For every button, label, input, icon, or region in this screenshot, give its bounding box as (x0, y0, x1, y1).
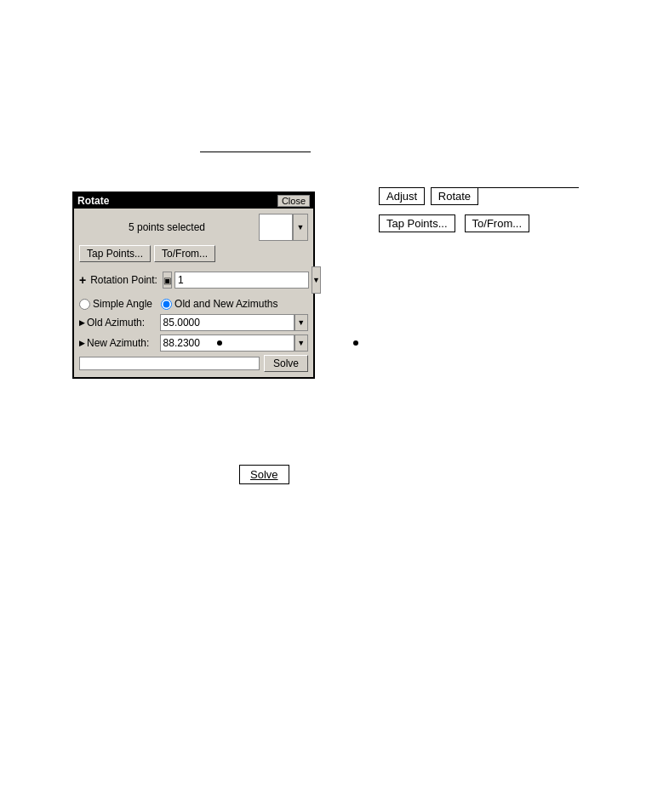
old-new-azimuths-label: Old and New Azimuths (174, 298, 277, 310)
old-new-azimuths-radio[interactable] (161, 299, 172, 310)
rotate-button[interactable]: Rotate (431, 187, 478, 205)
solve-button[interactable]: Solve (264, 355, 308, 372)
preview-dropdown-arrow[interactable]: ▼ (293, 214, 308, 241)
bullet-point-1 (217, 340, 222, 346)
old-azimuth-input[interactable] (160, 314, 294, 331)
bullet-point-2 (353, 340, 358, 346)
plus-icon: + (79, 273, 86, 287)
tap-points-button[interactable]: Tap Points... (79, 245, 151, 262)
rotate-dialog: Rotate Close 5 points selected ▼ Tap Poi… (72, 192, 315, 379)
top-underline-decoration (200, 152, 311, 152)
rotation-point-dropdown[interactable]: ▼ (312, 266, 321, 294)
radio-row: Simple Angle Old and New Azimuths (79, 298, 308, 310)
point-icon-button[interactable]: ▣ (163, 272, 172, 289)
simple-angle-radio-label[interactable]: Simple Angle (79, 298, 152, 310)
right-to-from-button[interactable]: To/From... (465, 214, 530, 232)
points-selected-label: 5 points selected (79, 221, 254, 233)
old-azimuth-dropdown[interactable]: ▼ (294, 314, 308, 331)
old-new-azimuths-radio-label[interactable]: Old and New Azimuths (161, 298, 277, 310)
old-azimuth-label: Old Azimuth: (87, 317, 160, 329)
simple-angle-label: Simple Angle (93, 298, 152, 310)
right-underline-decoration (477, 187, 579, 188)
new-azimuth-row: ▶ New Azimuth: ▼ (79, 335, 308, 352)
solve-row: Solve (79, 355, 308, 372)
rotation-point-label: Rotation Point: (90, 274, 157, 286)
to-from-button[interactable]: To/From... (154, 245, 215, 262)
new-azimuth-input[interactable] (160, 335, 294, 352)
rotation-point-row: + Rotation Point: ▣ ▼ (79, 266, 308, 294)
points-selected-row: 5 points selected ▼ (79, 214, 308, 241)
simple-angle-radio[interactable] (79, 299, 90, 310)
dialog-title: Rotate (77, 195, 109, 207)
rotation-point-input[interactable] (174, 272, 309, 289)
dialog-body: 5 points selected ▼ Tap Points... To/Fro… (74, 209, 313, 377)
adjust-button[interactable]: Adjust (379, 187, 425, 205)
solve-standalone-button[interactable]: Solve (239, 465, 289, 484)
preview-box (259, 214, 293, 241)
progress-bar (79, 357, 260, 370)
dialog-titlebar: Rotate Close (74, 193, 313, 209)
right-panel-row2: Tap Points... To/From... (379, 214, 532, 232)
old-azimuth-row: ▶ Old Azimuth: ▼ (79, 314, 308, 331)
dialog-close-button[interactable]: Close (277, 195, 310, 207)
right-panel: Adjust Rotate (379, 187, 481, 205)
new-azimuth-dropdown[interactable]: ▼ (294, 335, 308, 352)
old-azimuth-triangle: ▶ (79, 318, 85, 327)
new-azimuth-label: New Azimuth: (87, 337, 160, 349)
right-tap-points-button[interactable]: Tap Points... (379, 214, 455, 232)
new-azimuth-triangle: ▶ (79, 339, 85, 347)
tap-points-row: Tap Points... To/From... (79, 245, 308, 262)
